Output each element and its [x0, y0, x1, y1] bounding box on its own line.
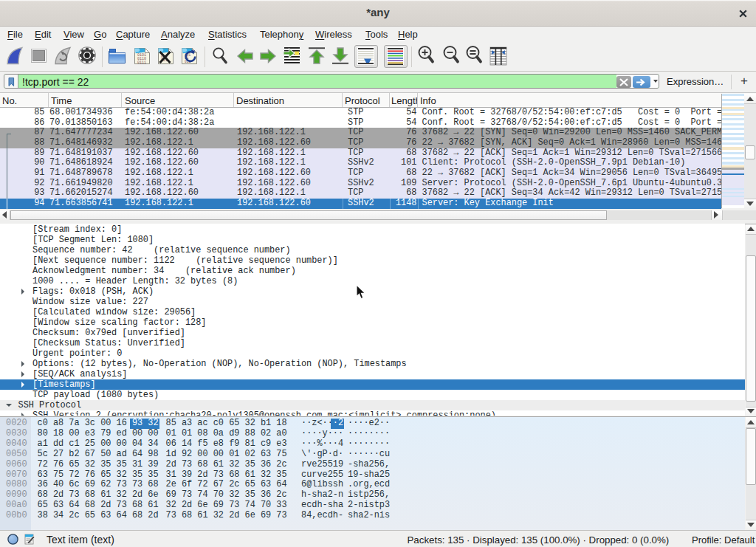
svg-text:0111: 0111 — [137, 61, 146, 65]
